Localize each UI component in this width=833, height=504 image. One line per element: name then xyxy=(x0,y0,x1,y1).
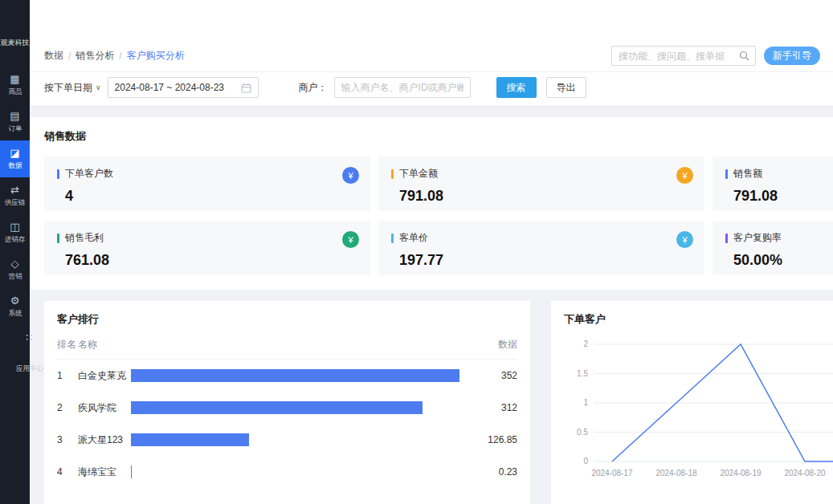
svg-text:0: 0 xyxy=(583,457,588,465)
svg-text:1: 1 xyxy=(583,398,588,407)
guide-button[interactable]: 新手引导 xyxy=(764,47,820,65)
card-accent-bar xyxy=(725,169,728,179)
rank-number: 4 xyxy=(57,466,78,478)
export-button[interactable]: 导出 xyxy=(546,77,586,98)
stat-card-header: 客单价¥ xyxy=(391,231,692,245)
breadcrumb-separator: / xyxy=(68,51,71,62)
ranking-row: 4海绵宝宝0.23 xyxy=(57,456,517,488)
breadcrumb: 数据/销售分析/客户购买分析 xyxy=(44,49,185,63)
sidebar-item-supply-chain[interactable]: ⇄供应链 xyxy=(0,177,30,214)
global-search-input[interactable] xyxy=(619,51,739,62)
stat-card-value: 4 xyxy=(65,188,357,205)
stat-card-title: 销售毛利 xyxy=(65,231,104,245)
column-header-spacer xyxy=(131,338,468,352)
column-header-rank: 排名 xyxy=(57,338,78,352)
card-accent-bar xyxy=(57,234,59,243)
stat-card-2: 销售额¥791.08 xyxy=(713,156,833,211)
sidebar-item-orders[interactable]: ▤订单 xyxy=(0,104,30,140)
sidebar-item-label: 订单 xyxy=(8,124,22,134)
inventory-icon: ◫ xyxy=(10,222,19,232)
date-type-dropdown[interactable]: 按下单日期 ∨ xyxy=(44,81,101,95)
breadcrumb-item-1[interactable]: 销售分析 xyxy=(76,49,114,63)
merchant-search-input[interactable] xyxy=(334,77,471,98)
sidebar-item-label: 应用中心 xyxy=(15,364,43,374)
customer-name: 海绵宝宝 xyxy=(78,465,131,479)
column-header-name: 名称 xyxy=(78,338,131,352)
sidebar-item-system[interactable]: ⚙系统 xyxy=(0,288,30,325)
rank-value: 126.85 xyxy=(468,434,517,445)
rank-bar-track xyxy=(131,433,468,446)
global-search-box[interactable] xyxy=(611,46,756,66)
stat-cards: 下单客户数¥4下单金额¥791.08销售额¥791.08销售毛利¥761.08客… xyxy=(44,156,833,275)
date-type-label: 按下单日期 xyxy=(44,81,92,95)
card-accent-bar xyxy=(57,169,59,179)
rank-number: 3 xyxy=(57,434,78,445)
sales-data-title: 销售数据 xyxy=(44,129,833,144)
stat-card-header: 销售额¥ xyxy=(725,167,833,181)
rank-bar xyxy=(131,465,132,478)
sidebar-item-label: 营销 xyxy=(8,272,22,282)
sidebar-item-goods[interactable]: ▦商品 xyxy=(0,67,30,104)
topbar-row: 数据/销售分析/客户购买分析 新手引导 xyxy=(30,0,833,71)
svg-text:2024-08-17: 2024-08-17 xyxy=(591,469,633,478)
line-chart-wrap: 00.511.522024-08-172024-08-182024-08-192… xyxy=(564,333,833,492)
svg-text:0.5: 0.5 xyxy=(577,428,588,437)
app-root: 观麦科技 ▦商品▤订单◪数据⇄供应链◫进销存◇营销⚙系统∷应用中心 数据/销售分… xyxy=(0,0,833,504)
data-chart-icon: ◪ xyxy=(10,148,19,158)
sidebar: 观麦科技 ▦商品▤订单◪数据⇄供应链◫进销存◇营销⚙系统∷应用中心 xyxy=(0,0,30,504)
svg-text:2024-08-18: 2024-08-18 xyxy=(655,469,697,478)
main-area: 数据/销售分析/客户购买分析 新手引导 按下单日期 ∨ xyxy=(30,0,833,504)
goods-icon: ▦ xyxy=(10,74,19,84)
ranking-header-row: 排名 名称 数据 xyxy=(57,338,517,360)
sidebar-item-label: 数据 xyxy=(8,161,22,171)
card-accent-bar xyxy=(725,234,728,243)
stat-card-header: 客户复购率% xyxy=(725,231,833,245)
ranking-row: 2疾风学院312 xyxy=(57,392,517,424)
filter-bar: 按下单日期 ∨ 2024-08-17 ~ 2024-08-23 商户： 搜索 导… xyxy=(30,72,833,107)
stat-card-title: 客单价 xyxy=(399,231,428,245)
supply-chain-icon: ⇄ xyxy=(10,185,19,195)
rank-bar xyxy=(131,433,249,446)
stat-card-0: 下单客户数¥4 xyxy=(44,156,370,211)
search-button[interactable]: 搜索 xyxy=(496,77,537,98)
sidebar-item-label: 商品 xyxy=(8,87,22,97)
calculator-circle-icon: ¥ xyxy=(676,231,693,248)
chevron-down-icon: ∨ xyxy=(96,83,101,91)
rank-bar-track xyxy=(131,401,468,414)
ranking-row: 1白金史莱克352 xyxy=(57,360,517,392)
sidebar-item-data[interactable]: ◪数据 xyxy=(0,140,30,177)
stat-card-title: 客户复购率 xyxy=(733,231,782,245)
sales-data-panel: 销售数据 下单客户数¥4下单金额¥791.08销售额¥791.08销售毛利¥76… xyxy=(30,117,833,290)
rank-bar-track xyxy=(131,369,468,382)
stat-card-header: 销售毛利¥ xyxy=(57,231,357,245)
date-range-value: 2024-08-17 ~ 2024-08-23 xyxy=(115,82,224,93)
sidebar-item-label: 系统 xyxy=(8,309,22,319)
date-range-input[interactable]: 2024-08-17 ~ 2024-08-23 xyxy=(108,77,259,98)
breadcrumb-item-2[interactable]: 客户购买分析 xyxy=(127,49,185,63)
customer-name: 疾风学院 xyxy=(78,401,131,415)
stat-card-title: 下单金额 xyxy=(399,167,438,181)
stat-card-value: 50.00% xyxy=(733,252,833,269)
ranking-rows: 1白金史莱克3522疾风学院3123派大星123126.854海绵宝宝0.23 xyxy=(57,360,517,488)
yuan-circle-icon: ¥ xyxy=(342,231,359,248)
breadcrumb-item-0[interactable]: 数据 xyxy=(44,49,63,63)
rank-bar xyxy=(131,401,423,414)
yuan-circle-icon: ¥ xyxy=(342,167,359,184)
customer-name: 派大星123 xyxy=(78,433,131,447)
customer-ranking-panel: 客户排行 排名 名称 数据 1白金史莱克3522疾风学院3123派大星12312… xyxy=(44,301,530,504)
stat-card-5: 客户复购率%50.00% xyxy=(713,221,833,275)
gear-icon: ⚙ xyxy=(10,295,20,306)
stat-card-3: 销售毛利¥761.08 xyxy=(44,221,370,275)
search-icon[interactable] xyxy=(739,51,749,61)
rank-bar-track xyxy=(131,465,468,478)
stat-card-header: 下单金额¥ xyxy=(391,167,692,181)
order-customers-panel: 下单客户 00.511.522024-08-172024-08-182024-0… xyxy=(551,301,833,504)
rank-number: 1 xyxy=(57,370,78,381)
sidebar-item-inventory[interactable]: ◫进销存 xyxy=(0,214,30,251)
stat-card-1: 下单金额¥791.08 xyxy=(378,156,704,211)
stat-card-4: 客单价¥197.77 xyxy=(378,221,704,275)
sidebar-item-marketing[interactable]: ◇营销 xyxy=(0,251,30,288)
topbar: 数据/销售分析/客户购买分析 新手引导 xyxy=(30,0,833,72)
stat-card-value: 761.08 xyxy=(65,252,357,269)
sidebar-item-label: 进销存 xyxy=(5,235,26,245)
